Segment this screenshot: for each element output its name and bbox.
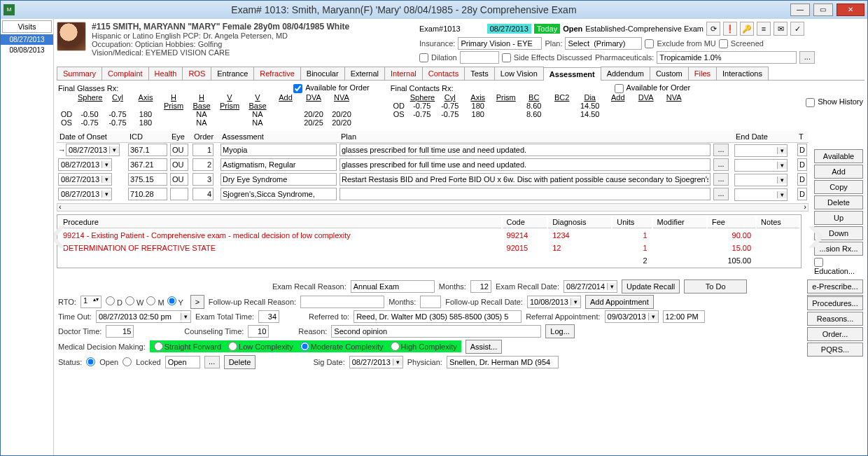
onset-date[interactable]: 08/27/2013▾	[58, 173, 112, 186]
rto-Y-radio[interactable]	[167, 296, 176, 305]
list-icon[interactable]: ≡	[757, 22, 771, 36]
followup-reason-input[interactable]	[300, 296, 384, 308]
check-icon[interactable]: ✓	[790, 22, 804, 36]
up-button[interactable]: Up	[814, 211, 863, 225]
close-button[interactable]: ✕	[836, 4, 864, 16]
tab-complaint[interactable]: Complaint	[102, 67, 149, 80]
doctor-time-input[interactable]	[106, 325, 134, 338]
tab-ros[interactable]: ROS	[182, 67, 211, 80]
plan-input[interactable]	[340, 158, 710, 171]
eye-input[interactable]	[170, 188, 188, 200]
tab-tests[interactable]: Tests	[464, 67, 495, 80]
onset-date[interactable]: 08/27/2013▾	[58, 158, 112, 171]
procedure-row[interactable]: 99214 - Existing Patient - Comprehensive…	[59, 230, 799, 241]
onset-date[interactable]: 08/27/2013▾	[66, 144, 120, 156]
exam-total-input[interactable]	[258, 310, 279, 323]
screened-checkbox[interactable]	[719, 39, 728, 48]
visit-item[interactable]: 08/08/2013	[1, 45, 53, 55]
assessment-input[interactable]	[220, 188, 337, 200]
eye-input[interactable]	[170, 173, 188, 186]
tab-entrance[interactable]: Entrance	[211, 67, 254, 80]
status-more-button[interactable]: ...	[204, 356, 220, 368]
plan-more-button[interactable]: ...	[713, 173, 729, 186]
visit-item[interactable]: 08/27/2013	[1, 34, 53, 45]
-sion-rx--button[interactable]: ...sion Rx...	[814, 242, 863, 256]
eprescribe-button[interactable]: e-Prescribe...	[807, 279, 863, 293]
mdm-option-radio[interactable]	[228, 342, 237, 351]
key-icon[interactable]: 🔑	[740, 22, 754, 36]
order-input[interactable]	[192, 144, 214, 156]
onset-date[interactable]: 08/27/2013▾	[58, 188, 112, 200]
refresh-icon[interactable]: ⟳	[706, 22, 720, 36]
order-input[interactable]	[192, 173, 214, 186]
education-checkbox[interactable]	[814, 258, 823, 267]
tab-health[interactable]: Health	[148, 67, 183, 80]
eye-input[interactable]	[170, 158, 188, 171]
t-input[interactable]	[797, 173, 807, 186]
delete-button[interactable]: Delete	[814, 195, 863, 209]
followup-date-input[interactable]: 10/08/2013▾	[527, 296, 581, 308]
glasses-avail-checkbox[interactable]	[293, 84, 302, 93]
mdm-option-radio[interactable]	[391, 342, 400, 351]
visits-tab[interactable]: Visits	[2, 20, 52, 33]
log-button[interactable]: Log...	[545, 324, 575, 338]
todo-button[interactable]: To Do	[684, 279, 747, 293]
t-input[interactable]	[797, 144, 807, 156]
tab-internal[interactable]: Internal	[384, 67, 423, 80]
minimize-button[interactable]: —	[790, 4, 810, 16]
tab-addendum[interactable]: Addendum	[601, 67, 650, 80]
rto-D-radio[interactable]	[106, 296, 115, 305]
order--button[interactable]: Order...	[807, 327, 863, 341]
contacts-avail-checkbox[interactable]	[615, 84, 624, 93]
show-history-checkbox[interactable]	[806, 98, 815, 107]
ref-appt-date-input[interactable]: 09/03/2013▾	[605, 310, 659, 323]
available-button[interactable]: Available	[814, 149, 863, 163]
mdm-option-radio[interactable]	[154, 342, 163, 351]
order-input[interactable]	[192, 188, 214, 200]
order-input[interactable]	[192, 158, 214, 171]
referred-input[interactable]	[354, 310, 522, 323]
exam-recall-reason-input[interactable]	[351, 280, 435, 293]
copy-button[interactable]: Copy	[814, 180, 863, 194]
icd-input[interactable]	[128, 173, 167, 186]
insurance-input[interactable]	[458, 37, 542, 50]
exam-recall-date-input[interactable]: 08/27/2014▾	[564, 280, 617, 293]
end-date-input[interactable]: ▾	[734, 159, 788, 172]
t-input[interactable]	[797, 188, 807, 200]
exclude-mu-checkbox[interactable]	[645, 39, 654, 48]
delete-button[interactable]: Delete	[224, 355, 256, 369]
dilation-input[interactable]	[460, 51, 499, 64]
assessment-input[interactable]	[220, 173, 337, 186]
tab-interactions[interactable]: Interactions	[716, 67, 769, 80]
mail-icon[interactable]: ✉	[774, 22, 788, 36]
plan-input[interactable]	[340, 144, 710, 156]
plan-more-button[interactable]: ...	[713, 158, 729, 171]
horizontal-scrollbar[interactable]	[57, 203, 808, 212]
tab-binocular[interactable]: Binocular	[300, 67, 345, 80]
pqrs--button[interactable]: PQRS...	[807, 343, 863, 357]
procedure-row[interactable]: 2105.00	[59, 255, 799, 266]
exam-months-input[interactable]	[470, 280, 491, 293]
ref-appt-time-input[interactable]	[663, 310, 705, 323]
add-appointment-button[interactable]: Add Appointment	[585, 295, 654, 309]
lock-icon[interactable]: ❗	[723, 22, 737, 36]
plan-more-button[interactable]: ...	[713, 188, 729, 200]
followup-months-input[interactable]	[420, 296, 441, 308]
end-date-input[interactable]: ▾	[734, 174, 788, 186]
rto-W-radio[interactable]	[125, 296, 134, 305]
dilation-checkbox[interactable]	[419, 53, 428, 62]
assessment-input[interactable]	[220, 158, 337, 171]
sideeffects-checkbox[interactable]	[502, 53, 511, 62]
reasons--button[interactable]: Reasons...	[807, 312, 863, 326]
plan-more-button[interactable]: ...	[713, 144, 729, 156]
status-input[interactable]	[165, 356, 200, 368]
assessment-input[interactable]	[220, 144, 337, 156]
tab-low-vision[interactable]: Low Vision	[494, 67, 544, 80]
status-open-radio[interactable]	[86, 357, 95, 366]
tab-files[interactable]: Files	[688, 67, 717, 80]
procedure-row[interactable]: DETERMINATION OF REFRACTIVE STATE9201512…	[59, 242, 799, 254]
diagnosis-row[interactable]: 08/27/2013▾...▾	[57, 158, 808, 172]
tab-external[interactable]: External	[344, 67, 385, 80]
add-button[interactable]: Add	[814, 165, 863, 179]
update-recall-button[interactable]: Update Recall	[622, 279, 680, 293]
